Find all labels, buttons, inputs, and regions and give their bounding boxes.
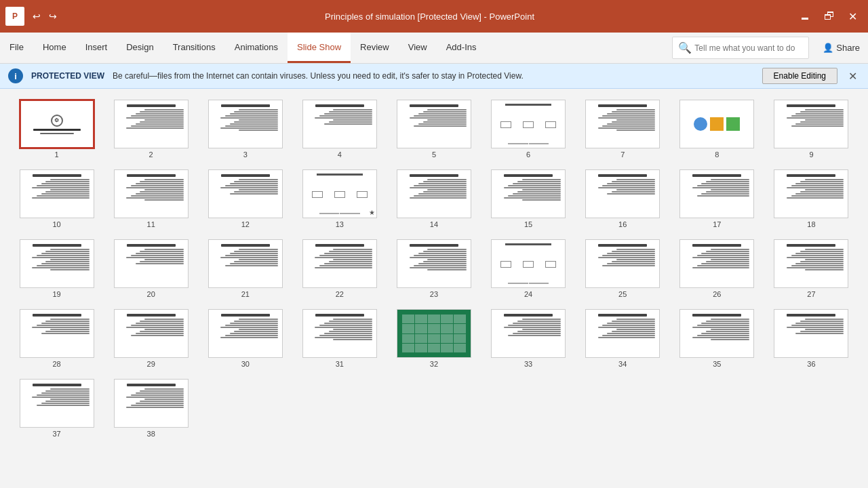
slide-number: 24 — [524, 290, 532, 298]
slide-item-19[interactable]: 19 — [14, 239, 100, 298]
slides-area: ⚙ 12345 67 89101112 — [0, 89, 868, 483]
slide-number: 8 — [715, 150, 719, 159]
window-controls: 🗕 🗗 ✕ — [794, 9, 863, 24]
info-icon: i — [8, 68, 23, 83]
slide-item-21[interactable]: 21 — [202, 239, 288, 298]
tab-design[interactable]: Design — [117, 33, 163, 63]
enable-editing-button[interactable]: Enable Editing — [762, 68, 837, 84]
slide-item-34[interactable]: 34 — [580, 309, 666, 368]
slide-number: 17 — [713, 220, 721, 228]
slide-item-2[interactable]: 2 — [108, 100, 194, 159]
slide-number: 11 — [147, 220, 155, 228]
search-box[interactable]: 🔍 — [672, 37, 809, 59]
slide-number: 14 — [430, 220, 438, 228]
slide-item-13[interactable]: ★13 — [296, 169, 382, 228]
slide-item-18[interactable]: 18 — [768, 169, 854, 228]
slide-item-30[interactable]: 30 — [202, 309, 288, 368]
slide-item-29[interactable]: 29 — [108, 309, 194, 368]
slide-number: 36 — [807, 360, 815, 368]
slide-number: 30 — [241, 360, 250, 368]
protected-view-message: Be careful—files from the Internet can c… — [113, 71, 754, 81]
share-icon: 👤 — [823, 43, 833, 53]
slide-item-3[interactable]: 3 — [202, 100, 288, 159]
slide-item-9[interactable]: 9 — [768, 100, 854, 159]
slide-item-27[interactable]: 27 — [768, 239, 854, 298]
slide-item-37[interactable]: 37 — [14, 379, 100, 438]
slide-number: 3 — [243, 150, 248, 159]
slide-number: 37 — [52, 430, 60, 438]
slide-number: 38 — [147, 430, 155, 438]
tab-review[interactable]: Review — [351, 33, 399, 63]
slide-number: 34 — [618, 360, 627, 368]
close-button[interactable]: ✕ — [843, 9, 863, 24]
slide-number: 28 — [52, 360, 60, 368]
ribbon: FileHomeInsertDesignTransitionsAnimation… — [0, 33, 868, 64]
app-icon: P — [5, 7, 24, 26]
slide-number: 18 — [807, 220, 815, 228]
slide-number: 23 — [430, 290, 438, 298]
slide-item-5[interactable]: 5 — [391, 100, 477, 159]
search-icon: 🔍 — [678, 41, 692, 54]
slide-item-14[interactable]: 14 — [391, 169, 477, 228]
slide-item-1[interactable]: ⚙ 1 — [14, 100, 100, 159]
search-input[interactable] — [694, 43, 803, 53]
slide-item-35[interactable]: 35 — [674, 309, 760, 368]
slide-item-22[interactable]: 22 — [296, 239, 382, 298]
slide-number: 33 — [524, 360, 532, 368]
slide-number: 12 — [241, 220, 250, 228]
slide-number: 13 — [336, 220, 344, 228]
undo-button[interactable]: ↩ — [30, 9, 43, 23]
slide-item-25[interactable]: 25 — [580, 239, 666, 298]
slide-item-33[interactable]: 33 — [486, 309, 572, 368]
slide-item-17[interactable]: 17 — [674, 169, 760, 228]
slide-item-4[interactable]: 4 — [296, 100, 382, 159]
tab-slideshow[interactable]: Slide Show — [288, 33, 351, 63]
slide-number: 2 — [149, 150, 153, 159]
slide-number: 4 — [338, 150, 342, 159]
slide-item-36[interactable]: 36 — [768, 309, 854, 368]
slide-item-7[interactable]: 7 — [580, 100, 666, 159]
tab-insert[interactable]: Insert — [76, 33, 117, 63]
slide-item-23[interactable]: 23 — [391, 239, 477, 298]
share-button[interactable]: 👤 Share — [814, 33, 868, 63]
slide-number: 32 — [430, 360, 438, 368]
slide-item-8[interactable]: 8 — [674, 100, 760, 159]
slide-item-16[interactable]: 16 — [580, 169, 666, 228]
slides-grid: ⚙ 12345 67 89101112 — [14, 100, 854, 438]
slide-number: 27 — [807, 290, 815, 298]
slide-item-6[interactable]: 6 — [486, 100, 572, 159]
restore-button[interactable]: 🗗 — [818, 9, 840, 24]
slide-item-15[interactable]: 15 — [486, 169, 572, 228]
tab-file[interactable]: File — [0, 33, 33, 63]
slide-item-10[interactable]: 10 — [14, 169, 100, 228]
slide-item-28[interactable]: 28 — [14, 309, 100, 368]
close-protected-bar-button[interactable]: ✕ — [846, 70, 860, 83]
slide-number: 31 — [336, 360, 344, 368]
tab-animations[interactable]: Animations — [225, 33, 288, 63]
slide-number: 19 — [52, 290, 60, 298]
share-label: Share — [836, 43, 860, 53]
slide-item-20[interactable]: 20 — [108, 239, 194, 298]
slide-item-12[interactable]: 12 — [202, 169, 288, 228]
slide-number: 21 — [241, 290, 250, 298]
minimize-button[interactable]: 🗕 — [794, 9, 816, 24]
slide-number: 9 — [809, 150, 813, 159]
protected-view-bar: i PROTECTED VIEW Be careful—files from t… — [0, 64, 868, 89]
undo-redo-group: ↩ ↪ — [30, 9, 60, 23]
slide-item-26[interactable]: 26 — [674, 239, 760, 298]
redo-button[interactable]: ↪ — [46, 9, 60, 23]
title-bar: P ↩ ↪ Principles of simulation [Protecte… — [0, 0, 868, 33]
tab-view[interactable]: View — [399, 33, 437, 63]
slide-item-31[interactable]: 31 — [296, 309, 382, 368]
slide-number: 6 — [526, 150, 530, 159]
slide-number: 15 — [524, 220, 532, 228]
slide-number: 5 — [432, 150, 436, 159]
slide-item-24[interactable]: 24 — [486, 239, 572, 298]
tab-addins[interactable]: Add-Ins — [437, 33, 486, 63]
slide-item-32[interactable]: 32 — [391, 309, 477, 368]
tab-transitions[interactable]: Transitions — [163, 33, 225, 63]
slide-number: 29 — [147, 360, 155, 368]
slide-item-38[interactable]: 38 — [108, 379, 194, 438]
tab-home[interactable]: Home — [33, 33, 76, 63]
slide-item-11[interactable]: 11 — [108, 169, 194, 228]
